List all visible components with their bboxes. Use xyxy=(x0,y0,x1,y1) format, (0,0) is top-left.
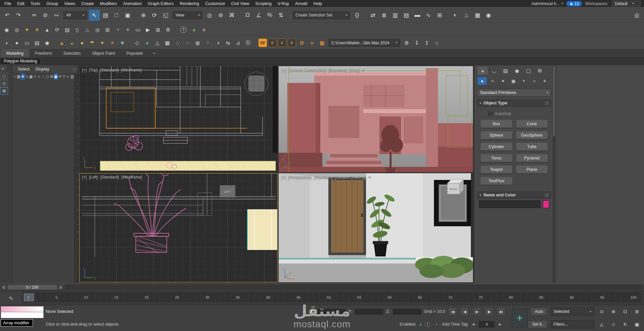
edit-named-selection-sets-icon[interactable]: {} xyxy=(352,10,363,21)
viewport-label-part[interactable]: [Perspective] xyxy=(288,175,312,180)
per-view-filter-icon[interactable]: ▼ xyxy=(362,68,365,72)
display-tab[interactable]: ▢ xyxy=(523,67,533,75)
helpers-category[interactable]: ⌖ xyxy=(519,77,528,85)
display-shapes-icon[interactable]: ∿ xyxy=(25,74,29,80)
primitive-button[interactable]: Torus xyxy=(480,154,513,162)
per-view-filter-icon[interactable]: ▼ xyxy=(368,176,371,179)
dome-light-icon[interactable]: ◒ xyxy=(67,38,77,48)
viewport-label-part[interactable]: [+] xyxy=(281,175,286,180)
primitive-button[interactable]: Tube xyxy=(516,142,548,151)
menu-item[interactable]: Animation xyxy=(120,1,145,7)
orange-grid-icon[interactable]: ▩ xyxy=(317,38,327,48)
menu-item[interactable]: Graph Editors xyxy=(145,1,177,7)
snowflake-icon[interactable]: ✳ xyxy=(117,38,127,48)
menu-item[interactable]: Arnold xyxy=(292,1,310,7)
viewport-label-part[interactable]: [+] xyxy=(82,175,87,180)
select-and-scale-icon[interactable]: ◱ xyxy=(160,10,171,21)
primitive-type-dropdown[interactable]: Standard Primitives xyxy=(477,89,551,97)
rollout-pin-icon[interactable] xyxy=(545,101,549,105)
go-to-start-button[interactable]: |◀ xyxy=(448,307,457,316)
primitive-button[interactable]: Box xyxy=(480,120,513,128)
selection-lock-icon[interactable]: ⌗ xyxy=(301,309,307,315)
menu-item[interactable]: Customize xyxy=(202,1,228,7)
asset-tracking-icon[interactable]: ⚙ xyxy=(402,38,412,48)
dark-sphere-icon[interactable]: ◍ xyxy=(193,38,203,48)
container-icon[interactable]: ⊞ xyxy=(103,25,113,35)
select-and-link-icon[interactable]: ∞ xyxy=(29,10,40,21)
spinner-snap-icon[interactable]: ⇅ xyxy=(275,10,286,21)
viewport-layout-tab-active[interactable]: ⊞ xyxy=(0,87,8,95)
primitive-button[interactable]: Cone xyxy=(516,120,548,128)
menu-item[interactable]: V-Ray xyxy=(275,1,292,7)
workspace-dropdown[interactable]: Default xyxy=(612,1,641,6)
primitive-button[interactable]: TextPlus xyxy=(480,177,513,185)
cone-icon[interactable]: △ xyxy=(152,38,162,48)
add-grid-icon[interactable]: ⊞ xyxy=(153,25,163,35)
menu-item[interactable]: File xyxy=(1,1,14,7)
object-type-rollout-header[interactable]: Object Type xyxy=(477,99,551,107)
forest-pack-icon[interactable]: ♠ xyxy=(189,25,199,35)
snaps-toggle-icon[interactable]: Ω xyxy=(242,10,253,21)
zoom-all-icon[interactable]: ⊕ xyxy=(609,307,618,316)
vray-badge-icon[interactable]: Ⓥ xyxy=(243,38,253,48)
civil-view-icon[interactable]: ⚙ xyxy=(163,25,173,35)
exposure-icon[interactable]: ✧ xyxy=(123,25,133,35)
frame-ruler[interactable]: 0510152025303540455055606570758085909510… xyxy=(23,293,641,302)
y-coordinate-field[interactable] xyxy=(355,309,383,315)
viewport-layout-tab-a[interactable]: ▢ xyxy=(0,73,8,80)
unlink-selection-icon[interactable]: ⊘ xyxy=(40,10,51,21)
camcorder-icon[interactable]: ◉ xyxy=(42,38,52,48)
display-spacewarps-icon[interactable]: ≈ xyxy=(37,74,41,80)
use-pivot-point-center-icon[interactable]: ◎ xyxy=(204,10,215,21)
ribbon-tab[interactable]: Object Paint xyxy=(86,49,121,57)
ribbon-tab[interactable]: Populate xyxy=(121,49,149,57)
display-cameras-icon[interactable]: ▣ xyxy=(29,74,33,80)
z-coordinate-field[interactable] xyxy=(393,309,421,315)
preview-sphere-icon[interactable]: ◔ xyxy=(113,25,123,35)
help-circle-icon[interactable]: ? xyxy=(180,27,187,33)
display-frozen-icon[interactable]: ✳ xyxy=(58,74,62,80)
percent-snap-icon[interactable]: % xyxy=(264,10,275,21)
time-slider-handle[interactable]: 0 / 100 xyxy=(7,284,57,290)
display-helpers-icon[interactable]: ⌖ xyxy=(33,74,37,80)
droplet-icon[interactable]: ◦ xyxy=(183,38,193,48)
lattice-icon[interactable]: ▦ xyxy=(162,38,172,48)
x-coordinate-field[interactable] xyxy=(317,309,346,315)
next-key-button[interactable]: ▶ xyxy=(497,321,503,327)
menu-item[interactable]: Views xyxy=(61,1,78,7)
display-lights-icon[interactable]: ✦ xyxy=(21,74,25,80)
viewport-layout-tab-b[interactable]: ⊟ xyxy=(0,80,8,87)
create-tab[interactable]: + xyxy=(478,67,488,75)
teapot-icon[interactable]: ♨ xyxy=(82,25,92,35)
monitor-icon[interactable]: ▭ xyxy=(133,25,143,35)
ribbon-tab[interactable]: Freeform xyxy=(29,49,58,57)
utilities-tab[interactable]: ⚙ xyxy=(535,67,545,75)
viewport-label-part[interactable]: [+] xyxy=(281,68,286,73)
mini-curve-editor-button[interactable]: ∿ xyxy=(0,291,22,305)
shaded-sphere-icon[interactable]: ● xyxy=(12,38,22,48)
menu-item[interactable]: Group xyxy=(43,1,61,7)
fb-button-3[interactable]: F xyxy=(288,39,296,47)
viewport-label-part[interactable]: [Standard] xyxy=(100,175,119,180)
key-mode-dropdown[interactable]: Selected xyxy=(551,308,594,316)
motion-tab[interactable]: ◉ xyxy=(512,67,522,75)
diamond-icon[interactable]: ◇ xyxy=(132,38,142,48)
go-to-end-button[interactable]: ▶| xyxy=(496,307,506,316)
display-visible-icon[interactable]: ◉ xyxy=(54,74,58,80)
rollout-pin-icon[interactable] xyxy=(545,193,549,197)
field-of-view-icon[interactable]: ◬ xyxy=(597,320,606,329)
command-panel-scrollbar[interactable] xyxy=(553,66,555,283)
curve-editor-icon[interactable]: ∿ xyxy=(423,10,434,21)
explorer-overflow-icon[interactable]: » xyxy=(73,67,75,71)
create-selection-set-field[interactable]: Create Selection Set xyxy=(293,11,350,19)
maximize-viewport-icon[interactable]: ▣ xyxy=(633,320,641,329)
sun-icon[interactable]: ☀ xyxy=(107,38,117,48)
display-bones-icon[interactable]: ◇ xyxy=(45,74,49,80)
target-icon[interactable]: ◎ xyxy=(92,25,103,35)
primitive-button[interactable]: GeoSphere xyxy=(516,131,548,139)
viewport-label-part[interactable]: [Wireframe] xyxy=(121,68,142,73)
swap-icon[interactable]: ⇆ xyxy=(223,38,233,48)
viewport-label-part[interactable]: [Top] xyxy=(89,68,98,73)
set-keys-plus-button[interactable]: + xyxy=(512,309,527,327)
keyboard-shortcut-override-icon[interactable]: ⌘ xyxy=(226,10,237,21)
